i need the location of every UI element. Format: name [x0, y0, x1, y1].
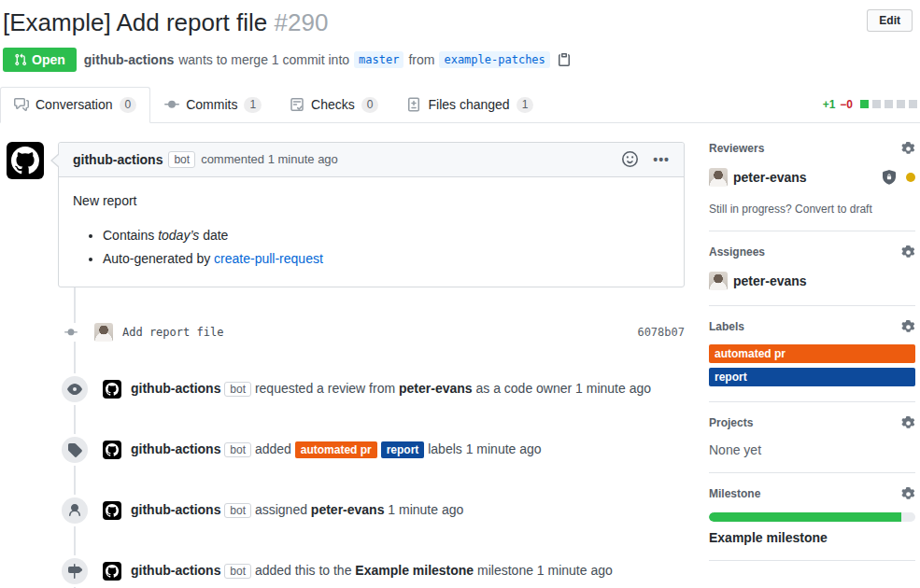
tab-conversation-label: Conversation — [35, 97, 113, 112]
label-report[interactable]: report — [381, 441, 425, 458]
event-assigned: github-actions bot assigned peter-evans … — [3, 497, 685, 524]
projects-gear-icon[interactable] — [901, 416, 915, 430]
page-title: [Example] Add report file #290 — [3, 7, 913, 38]
milestone-heading: Milestone — [709, 487, 760, 500]
open-status-label: Open — [32, 52, 65, 67]
tab-files-changed-count: 1 — [517, 97, 534, 113]
tab-commits-label: Commits — [186, 97, 237, 112]
tab-commits[interactable]: Commits 1 — [150, 87, 276, 123]
dismiss-review-shield-icon[interactable] — [882, 170, 897, 185]
tab-checks[interactable]: Checks 0 — [276, 87, 392, 123]
milestone-gear-icon[interactable] — [901, 487, 915, 501]
convert-to-draft-link[interactable]: Convert to draft — [795, 203, 872, 216]
labels-gear-icon[interactable] — [901, 320, 915, 334]
pr-header: [Example] Add report file #290 Edit Open… — [0, 0, 920, 72]
tab-checks-count: 0 — [361, 97, 379, 113]
octocat-icon — [11, 147, 39, 175]
projects-empty-text: None yet — [709, 442, 915, 457]
assignees-gear-icon[interactable] — [901, 245, 915, 259]
convert-to-draft-hint: Still in progress? Convert to draft — [709, 203, 915, 216]
assignee-row: peter-evans — [709, 272, 915, 290]
emoji-reaction-icon[interactable] — [622, 151, 638, 167]
event-text: github-actions bot added this to the Exa… — [131, 563, 613, 579]
commit-row: Add report file 6078b07 — [3, 323, 685, 342]
event-milestone-added: github-actions bot added this to the Exa… — [3, 558, 685, 584]
event-text: github-actions bot requested a review fr… — [131, 381, 651, 397]
tab-files-changed[interactable]: Files changed 1 — [392, 87, 547, 123]
comment-header: github-actions bot commented 1 minute ag… — [59, 143, 684, 177]
diff-block — [909, 100, 917, 108]
edit-button[interactable]: Edit — [867, 9, 913, 32]
milestone-name-link[interactable]: Example milestone — [709, 530, 915, 545]
conversation-timeline: github-actions bot commented 1 minute ag… — [3, 142, 685, 578]
bot-badge: bot — [224, 382, 251, 397]
assignee-name-link[interactable]: peter-evans — [733, 273, 807, 288]
checks-icon — [290, 97, 304, 112]
github-actions-avatar[interactable] — [103, 562, 121, 581]
event-text: github-actions bot assigned peter-evans … — [131, 502, 463, 518]
tag-icon — [62, 437, 88, 463]
labels-section: Labels automated pr report — [709, 306, 915, 402]
labels-heading: Labels — [709, 320, 744, 333]
reviewer-avatar[interactable] — [709, 168, 728, 187]
deletions-count: −0 — [840, 98, 853, 111]
reviewer-row: peter-evans — [709, 168, 915, 187]
milestone-progress-fill — [709, 512, 901, 522]
merge-from-text: from — [408, 52, 434, 67]
comment-body: New report Contains today’s date Auto-ge… — [59, 177, 684, 287]
pr-status-row: Open github-actions wants to merge 1 com… — [3, 48, 913, 72]
reviewers-heading: Reviewers — [709, 142, 764, 155]
pr-number: #290 — [275, 8, 329, 36]
git-commit-icon — [63, 323, 79, 342]
event-labels-added: github-actions bot added automated pr re… — [3, 437, 685, 463]
italic-text: today’s — [158, 228, 199, 243]
comment-author-link[interactable]: github-actions — [73, 152, 163, 167]
commit-icon — [164, 97, 179, 112]
pr-author-link[interactable]: github-actions — [84, 52, 174, 67]
comment-bullet: Auto-generated by create-pull-request — [103, 249, 670, 269]
diff-block — [885, 100, 893, 108]
bot-badge: bot — [168, 151, 195, 168]
reviewers-gear-icon[interactable] — [901, 142, 915, 156]
github-actions-avatar[interactable] — [103, 380, 121, 399]
pr-comment: github-actions bot commented 1 minute ag… — [58, 142, 685, 287]
pr-sidebar: Reviewers peter-evans Still in progress?… — [709, 142, 915, 578]
tab-commits-count: 1 — [244, 97, 262, 113]
git-pull-request-icon — [14, 53, 27, 66]
label-automated-pr[interactable]: automated pr — [295, 441, 377, 458]
event-text: github-actions bot added automated pr re… — [131, 441, 542, 458]
github-actions-avatar[interactable] — [103, 501, 121, 520]
commit-message-link[interactable]: Add report file — [122, 326, 223, 339]
pr-title-text: [Example] Add report file — [3, 8, 267, 36]
pr-tabs: Conversation 0 Commits 1 Checks 0 Files … — [0, 87, 920, 123]
open-status-badge: Open — [3, 48, 77, 72]
bot-badge: bot — [224, 503, 251, 518]
eye-icon — [62, 376, 88, 402]
comment-bullet: Contains today’s date — [103, 226, 670, 245]
sidebar-label-automated-pr[interactable]: automated pr — [709, 344, 915, 363]
github-actions-avatar[interactable] — [103, 441, 121, 459]
person-icon — [62, 497, 88, 524]
create-pull-request-link[interactable]: create-pull-request — [214, 251, 323, 266]
assignee-avatar[interactable] — [709, 272, 728, 290]
merge-summary-text: wants to merge 1 commit into — [178, 52, 349, 67]
base-branch-ref[interactable]: master — [354, 51, 403, 68]
tab-conversation-count: 0 — [120, 97, 137, 113]
milestone-section: Milestone Example milestone — [709, 473, 915, 561]
additions-count: +1 — [823, 98, 836, 111]
projects-section: Projects None yet — [709, 402, 915, 473]
copy-branch-icon[interactable] — [557, 52, 572, 67]
github-actions-avatar[interactable] — [7, 142, 44, 179]
head-branch-ref[interactable]: example-patches — [439, 51, 549, 68]
reviewer-name-link[interactable]: peter-evans — [733, 170, 807, 185]
sidebar-label-report[interactable]: report — [709, 368, 915, 386]
comment-options-icon[interactable]: ••• — [653, 152, 670, 167]
diff-block — [860, 100, 869, 108]
merge-summary: github-actions wants to merge 1 commit i… — [84, 51, 572, 68]
committer-avatar[interactable] — [94, 323, 113, 342]
event-review-requested: github-actions bot requested a review fr… — [3, 376, 685, 402]
commit-sha-link[interactable]: 6078b07 — [637, 326, 685, 339]
diff-block — [872, 100, 881, 108]
tab-conversation[interactable]: Conversation 0 — [0, 87, 150, 123]
bot-badge: bot — [224, 442, 251, 457]
